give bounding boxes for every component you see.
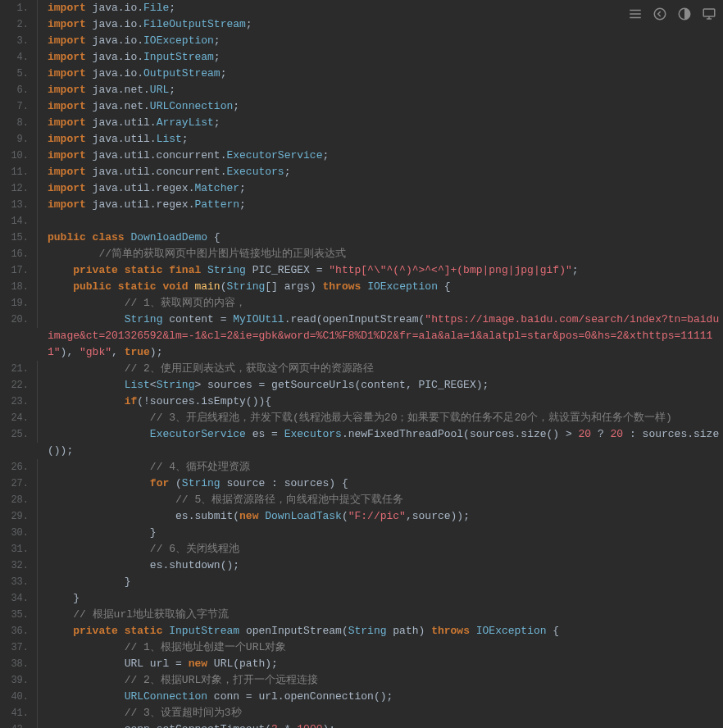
code-content[interactable]: //简单的获取网页中图片图片链接地址的正则表达式 <box>38 246 723 262</box>
line-number: 33. <box>0 574 38 590</box>
line-number: 32. <box>0 557 38 574</box>
code-content[interactable]: // 1、获取网页的内容， <box>38 295 723 312</box>
token: java.io. <box>93 51 143 63</box>
code-line[interactable]: 7.import java.net.URLConnection; <box>0 98 723 115</box>
code-content[interactable]: URLConnection conn = url.openConnection(… <box>38 689 723 705</box>
code-line[interactable]: 21. // 2、使用正则表达式，获取这个网页中的资源路径 <box>0 361 723 377</box>
code-content[interactable]: import java.net.URLConnection; <box>38 98 723 115</box>
code-line[interactable]: 35. // 根据url地址获取输入字节流 <box>0 607 723 623</box>
code-line[interactable]: 40. URLConnection conn = url.openConnect… <box>0 689 723 705</box>
code-content[interactable]: URL url = new URL(path); <box>38 656 723 672</box>
token: java.net. <box>93 84 150 96</box>
token: ; <box>239 182 246 194</box>
code-line[interactable]: 9.import java.util.List; <box>0 131 723 148</box>
code-content[interactable]: import java.io.OutputStream; <box>38 66 723 82</box>
token: ExecutorService <box>150 428 246 440</box>
code-line[interactable]: 24. // 3、开启线程池，并发下载(线程池最大容量为20；如果要下载的任务不… <box>0 410 723 426</box>
token: public class <box>48 231 130 243</box>
token: ; <box>572 264 579 276</box>
code-line[interactable]: 30. } <box>0 525 723 541</box>
code-line[interactable]: 15.public class DownloadDemo { <box>0 230 723 246</box>
code-content[interactable]: if(!sources.isEmpty()){ <box>38 394 723 410</box>
code-line[interactable]: 25. ExecutorService es = Executors.newFi… <box>0 426 723 459</box>
code-line[interactable]: 19. // 1、获取网页的内容， <box>0 295 723 312</box>
code-line[interactable]: 20. String content = MyIOUtil.read(openI… <box>0 312 723 361</box>
code-content[interactable]: public static void main(String[] args) t… <box>38 279 723 295</box>
back-icon[interactable] <box>653 7 667 21</box>
code-line[interactable]: 4.import java.io.InputStream; <box>0 49 723 66</box>
code-line[interactable]: 41. // 3、设置超时间为3秒 <box>0 705 723 721</box>
code-content[interactable]: // 3、设置超时间为3秒 <box>38 705 723 721</box>
code-line[interactable]: 26. // 4、循环处理资源 <box>0 459 723 475</box>
code-line[interactable]: 33. } <box>0 574 723 590</box>
code-line[interactable]: 13.import java.util.regex.Pattern; <box>0 197 723 213</box>
code-line[interactable]: 6.import java.net.URL; <box>0 82 723 98</box>
code-content[interactable]: ExecutorService es = Executors.newFixedT… <box>38 426 723 459</box>
code-content[interactable]: conn.setConnectTimeout(3 * 1000); <box>38 721 723 728</box>
code-content[interactable]: private static InputStream openInputStre… <box>38 623 723 639</box>
code-content[interactable]: } <box>38 525 723 541</box>
code-content[interactable]: for (String source : sources) { <box>38 475 723 492</box>
code-content[interactable]: // 3、开启线程池，并发下载(线程池最大容量为20；如果要下载的任务不足20个… <box>38 410 723 426</box>
code-content[interactable]: private static final String PIC_REGEX = … <box>38 262 723 279</box>
code-content[interactable]: es.submit(new DownLoadTask("F://pic",sou… <box>38 508 723 525</box>
code-line[interactable]: 3.import java.io.IOException; <box>0 33 723 49</box>
code-line[interactable]: 12.import java.util.regex.Matcher; <box>0 180 723 197</box>
code-content[interactable]: import java.io.FileOutputStream; <box>38 16 723 33</box>
code-content[interactable]: // 根据url地址获取输入字节流 <box>38 607 723 623</box>
code-content[interactable]: // 2、使用正则表达式，获取这个网页中的资源路径 <box>38 361 723 377</box>
code-content[interactable]: import java.util.ArrayList; <box>38 115 723 131</box>
code-content[interactable]: } <box>38 590 723 607</box>
code-line[interactable]: 23. if(!sources.isEmpty()){ <box>0 394 723 410</box>
code-content[interactable]: import java.io.IOException; <box>38 33 723 49</box>
code-content[interactable]: import java.util.concurrent.Executors; <box>38 164 723 180</box>
list-icon[interactable] <box>628 7 643 21</box>
code-line[interactable]: 31. // 6、关闭线程池 <box>0 541 723 557</box>
code-content[interactable]: List<String> sources = getSourceUrls(con… <box>38 377 723 394</box>
contrast-icon[interactable] <box>677 7 692 21</box>
code-line[interactable]: 11.import java.util.concurrent.Executors… <box>0 164 723 180</box>
code-line[interactable]: 14. <box>0 213 723 230</box>
code-line[interactable]: 18. public static void main(String[] arg… <box>0 279 723 295</box>
code-line[interactable]: 38. URL url = new URL(path); <box>0 656 723 672</box>
code-line[interactable]: 37. // 1、根据地址创建一个URL对象 <box>0 639 723 656</box>
code-content[interactable]: // 2、根据URL对象，打开一个远程连接 <box>38 672 723 689</box>
code-line[interactable]: 27. for (String source : sources) { <box>0 475 723 492</box>
code-line[interactable]: 22. List<String> sources = getSourceUrls… <box>0 377 723 394</box>
token: import <box>48 34 93 47</box>
code-line[interactable]: 17. private static final String PIC_REGE… <box>0 262 723 279</box>
code-content[interactable]: import java.io.File; <box>38 0 723 16</box>
code-line[interactable]: 36. private static InputStream openInput… <box>0 623 723 639</box>
code-line[interactable]: 39. // 2、根据URL对象，打开一个远程连接 <box>0 672 723 689</box>
code-content[interactable]: } <box>38 574 723 590</box>
code-editor[interactable]: 1.import java.io.File;2.import java.io.F… <box>0 0 723 728</box>
code-content[interactable]: // 1、根据地址创建一个URL对象 <box>38 639 723 656</box>
monitor-icon[interactable] <box>702 7 716 21</box>
line-number: 20. <box>0 312 38 328</box>
code-line[interactable]: 10.import java.util.concurrent.ExecutorS… <box>0 148 723 164</box>
code-line[interactable]: 5.import java.io.OutputStream; <box>0 66 723 82</box>
code-content[interactable]: import java.io.InputStream; <box>38 49 723 66</box>
code-line[interactable]: 16. //简单的获取网页中图片图片链接地址的正则表达式 <box>0 246 723 262</box>
code-line[interactable]: 28. // 5、根据资源路径，向线程池中提交下载任务 <box>0 492 723 508</box>
code-line[interactable]: 29. es.submit(new DownLoadTask("F://pic"… <box>0 508 723 525</box>
code-line[interactable]: 42. conn.setConnectTimeout(3 * 1000); <box>0 721 723 728</box>
code-line[interactable]: 8.import java.util.ArrayList; <box>0 115 723 131</box>
code-line[interactable]: 32. es.shutdown(); <box>0 557 723 574</box>
code-content[interactable]: // 4、循环处理资源 <box>38 459 723 475</box>
code-content[interactable]: es.shutdown(); <box>38 557 723 574</box>
token: URLConnection <box>150 100 233 112</box>
toolbar <box>628 7 716 21</box>
code-content[interactable]: import java.util.concurrent.ExecutorServ… <box>38 148 723 164</box>
code-content[interactable]: import java.util.List; <box>38 131 723 148</box>
code-content[interactable]: import java.util.regex.Matcher; <box>38 180 723 197</box>
code-content[interactable]: String content = MyIOUtil.read(openInput… <box>38 312 723 361</box>
code-line[interactable]: 34. } <box>0 590 723 607</box>
code-line[interactable]: 1.import java.io.File; <box>0 0 723 16</box>
code-content[interactable]: import java.util.regex.Pattern; <box>38 197 723 213</box>
code-line[interactable]: 2.import java.io.FileOutputStream; <box>0 16 723 33</box>
code-content[interactable]: import java.net.URL; <box>38 82 723 98</box>
code-content[interactable]: public class DownloadDemo { <box>38 230 723 246</box>
code-content[interactable]: // 5、根据资源路径，向线程池中提交下载任务 <box>38 492 723 508</box>
code-content[interactable]: // 6、关闭线程池 <box>38 541 723 557</box>
